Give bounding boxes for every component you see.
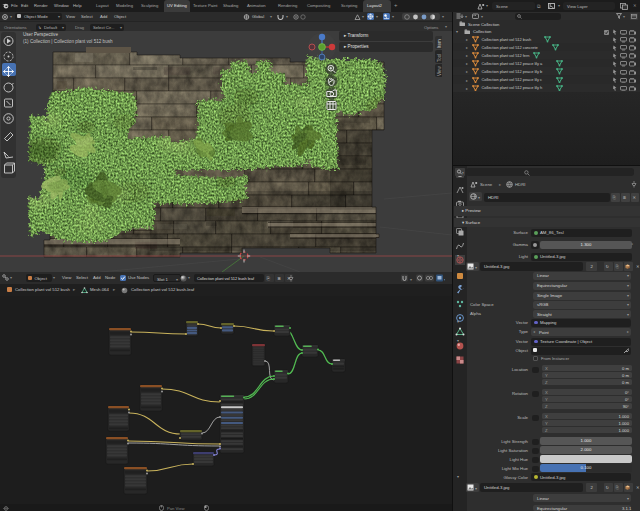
svg-text:▾: ▾ [462,171,464,175]
svg-text:▾: ▾ [410,277,412,282]
svg-text:▾: ▾ [478,195,480,200]
svg-text:▾: ▾ [475,264,477,269]
svg-text:▾: ▾ [444,277,445,282]
svg-text:▾: ▾ [475,486,477,491]
